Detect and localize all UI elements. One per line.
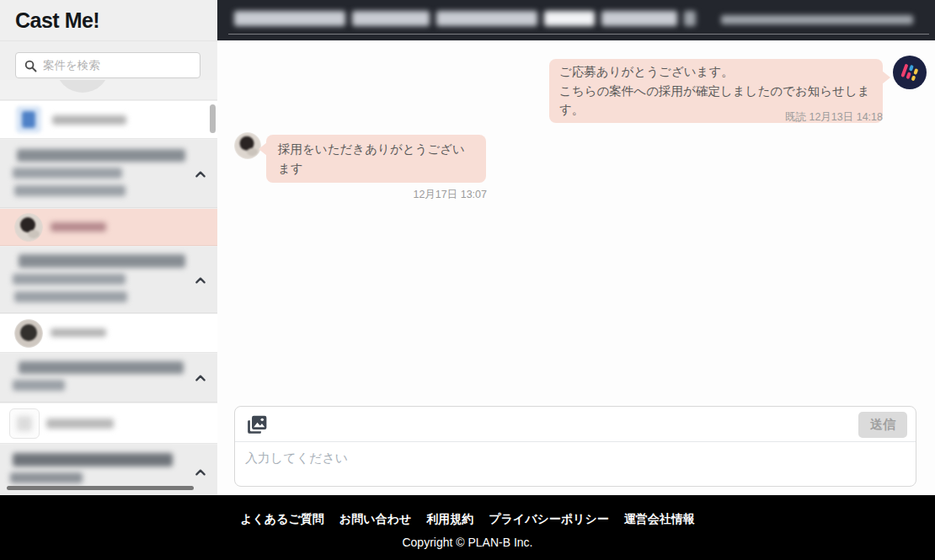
horizontal-scrollbar-thumb[interactable] [7,486,194,490]
image-upload-icon [246,413,268,435]
message-composer: 送信 [234,406,916,487]
app-logo: Cast Me! [15,8,99,33]
logo-bar: Cast Me! [0,0,217,41]
message-input[interactable] [235,443,916,486]
user-photo-avatar [14,319,43,348]
redacted-title [14,185,126,196]
redacted-job-title [601,11,677,26]
footer-link-company[interactable]: 運営会社情報 [624,510,695,527]
redacted-job-title [544,11,595,26]
send-button[interactable]: 送信 [858,412,907,438]
footer-link-contact[interactable]: お問い合わせ [339,510,411,527]
footer-links: よくあるご質問 お問い合わせ 利用規約 プライバシーポリシー 運営会社情報 [0,510,935,527]
redacted-title [17,149,185,162]
redacted-name [52,115,126,125]
redacted-title [10,472,83,483]
message-timestamp: 12月17日 13:07 [266,188,487,202]
redacted-job-title [684,11,696,26]
document-avatar [16,106,41,133]
list-item-partial[interactable] [0,80,217,100]
user-photo-avatar [234,132,261,159]
chevron-up-icon[interactable] [194,274,207,287]
bubble-tail [882,71,890,84]
footer-link-terms[interactable]: 利用規約 [426,510,473,527]
header-underline [228,34,929,35]
redacted-job-title [352,11,430,26]
list-item-conversation[interactable] [0,314,217,353]
footer-link-faq[interactable]: よくあるご質問 [240,510,324,527]
chevron-up-icon[interactable] [194,466,207,479]
redacted-title [13,274,126,285]
redacted-title [13,168,122,179]
redacted-job-title [234,11,345,26]
castme-logo-avatar [893,56,927,89]
avatar [56,80,110,93]
list-item-conversation[interactable] [0,101,217,139]
conversation-list [0,80,217,495]
composer-toolbar: 送信 [235,407,916,442]
list-group-header[interactable] [0,140,217,208]
chevron-up-icon[interactable] [194,168,207,181]
list-item-conversation[interactable] [0,403,217,444]
message-group-received: 採用をいただきありがとうございます 12月17日 13:07 [266,135,487,197]
vertical-scrollbar-thumb[interactable] [210,104,216,133]
chevron-up-icon[interactable] [194,371,207,385]
footer: よくあるご質問 お問い合わせ 利用規約 プライバシーポリシー 運営会社情報 Co… [0,495,935,560]
redacted-job-title [436,11,537,26]
list-group-header[interactable] [0,354,217,403]
list-group-header[interactable] [0,247,217,313]
footer-link-privacy[interactable]: プライバシーポリシー [489,510,609,527]
search-box [15,52,200,78]
copyright-text: Copyright © PLAN-B Inc. [0,536,935,549]
redacted-title [13,380,65,391]
redacted-account-text [721,15,913,24]
redacted-title [19,361,184,374]
image-upload-button[interactable] [245,413,269,437]
list-item-conversation-selected[interactable] [0,209,217,246]
avatar [9,408,40,439]
redacted-title [19,254,185,268]
redacted-name [51,328,106,337]
search-input[interactable] [43,53,196,77]
chat-panel: ご応募ありがとうございます。 こちらの案件への採用が確定しましたのでお知らせしま… [217,0,935,495]
redacted-title [13,453,173,467]
bubble-tail [259,142,267,156]
user-photo-avatar [14,213,43,242]
redacted-name [46,419,114,429]
redacted-name [51,222,106,232]
castme-app: Cast Me! [0,0,935,560]
message-status-timestamp: 既読 12月13日 14:18 [785,110,883,125]
chat-header [217,0,935,40]
redacted-title [14,291,127,302]
message-text: ご応募ありがとうございます。 [559,62,873,82]
message-text: 採用をいただきありがとうございます [278,142,465,175]
sidebar: Cast Me! [0,0,217,495]
search-icon [24,59,38,73]
message-bubble-received: 採用をいただきありがとうございます [266,135,486,183]
